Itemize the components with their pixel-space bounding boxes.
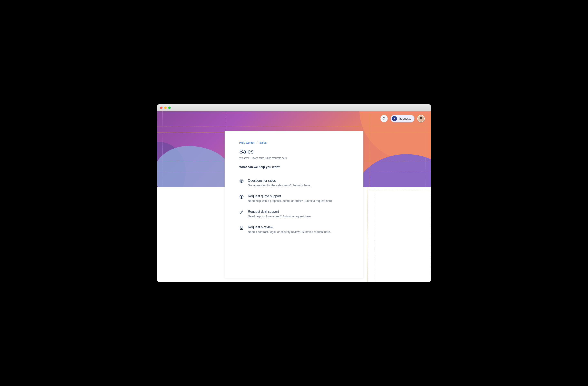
breadcrumb-separator: / [257, 141, 257, 144]
hero-blob-decoration [157, 146, 231, 187]
requests-button[interactable]: 2 Requests [391, 115, 415, 122]
search-icon [382, 117, 386, 121]
chat-icon [239, 179, 244, 183]
svg-line-1 [384, 119, 385, 120]
request-type-list: Questions for sales Got a question for t… [239, 179, 349, 234]
request-type-questions[interactable]: Questions for sales Got a question for t… [239, 179, 349, 187]
request-title: Questions for sales [248, 179, 311, 183]
document-icon [239, 225, 244, 230]
maximize-window-button[interactable] [168, 106, 171, 109]
topbar: 2 Requests [380, 115, 425, 122]
request-type-review[interactable]: Request a review Need a contract, legal,… [239, 225, 349, 234]
window-titlebar [157, 104, 431, 111]
requests-count-badge: 2 [392, 116, 397, 121]
key-icon [239, 210, 244, 215]
request-title: Request a review [248, 225, 331, 229]
user-avatar[interactable] [417, 115, 425, 122]
breadcrumb-root-link[interactable]: Help Center [239, 141, 255, 144]
search-button[interactable] [380, 115, 388, 122]
close-window-button[interactable] [160, 106, 163, 109]
content-card: Help Center / Sales Sales Welcome! Pleas… [225, 131, 363, 278]
requests-label: Requests [399, 117, 411, 120]
minimize-window-button[interactable] [164, 106, 167, 109]
request-description: Need a contract, legal, or security revi… [248, 230, 331, 234]
page-subtitle: Welcome! Please raise Sales requests her… [239, 157, 349, 160]
request-type-deal[interactable]: Request deal support Need help to close … [239, 210, 349, 218]
request-description: Need help with a proposal, quote, or ord… [248, 199, 333, 203]
request-description: Need help to close a deal? Submit a requ… [248, 215, 311, 218]
breadcrumb-current-link[interactable]: Sales [259, 141, 267, 144]
hero-blob-decoration [353, 154, 431, 187]
svg-rect-2 [240, 180, 243, 182]
request-description: Got a question for the sales team? Submi… [248, 184, 311, 187]
svg-point-0 [383, 117, 385, 120]
browser-window: 2 Requests Help Center / Sales Sales Wel… [157, 104, 431, 282]
request-title: Request quote support [248, 194, 333, 198]
dollar-icon [239, 195, 244, 199]
request-title: Request deal support [248, 210, 311, 214]
page-title: Sales [239, 148, 349, 155]
grid-overlay [368, 187, 431, 282]
breadcrumb: Help Center / Sales [239, 141, 349, 144]
help-prompt: What can we help you with? [239, 165, 349, 169]
request-type-quote[interactable]: Request quote support Need help with a p… [239, 194, 349, 203]
